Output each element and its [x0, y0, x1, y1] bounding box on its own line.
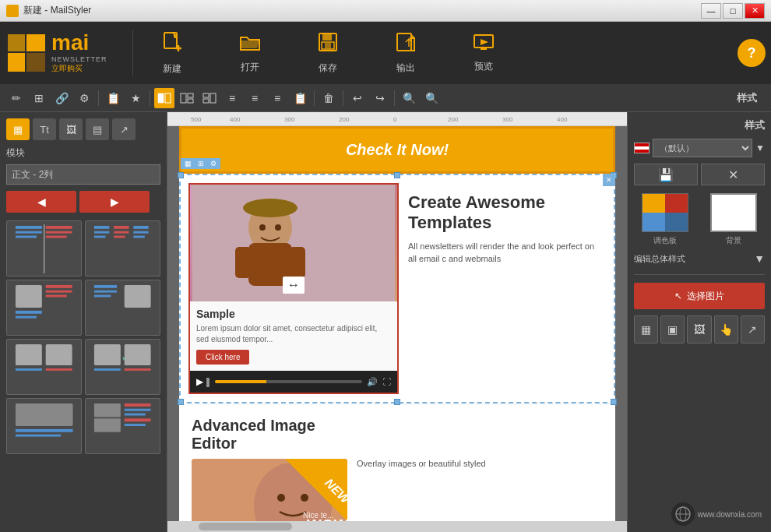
rb-tab-layout[interactable]: ▣: [660, 315, 685, 344]
canvas-scroll[interactable]: Check It Now! ▦ ⊞ ⚙: [167, 126, 627, 521]
sel-close-btn[interactable]: ✕: [603, 174, 615, 186]
tool-delete[interactable]: 🗑: [319, 88, 339, 108]
section2-content: NEW WOW Nice te... Overlay images or bea…: [192, 459, 603, 521]
help-button[interactable]: ?: [738, 39, 766, 67]
tool-align-left[interactable]: ≡: [222, 88, 242, 108]
bg-preview-item[interactable]: 背景: [702, 193, 765, 246]
tool-pencil[interactable]: ✏: [6, 88, 26, 108]
sel-handle-bl[interactable]: [178, 399, 184, 405]
volume-icon[interactable]: 🔊: [367, 377, 378, 387]
minimize-button[interactable]: —: [701, 3, 721, 19]
tool-layout2[interactable]: [177, 88, 197, 108]
tool-zoom-out[interactable]: 🔍: [421, 88, 442, 108]
sel-tool-1[interactable]: ▦: [182, 160, 194, 167]
color-palette-grid[interactable]: [642, 193, 688, 232]
preview-button[interactable]: 预览: [445, 22, 523, 84]
svg-rect-59: [124, 344, 150, 365]
tool-settings[interactable]: ⚙: [74, 88, 94, 108]
nav-prev-button[interactable]: ◀: [6, 191, 76, 213]
maximize-button[interactable]: □: [723, 3, 743, 19]
svg-rect-19: [158, 93, 164, 103]
nav-next-button[interactable]: ▶: [79, 191, 150, 213]
sel-tool-3[interactable]: ⚙: [208, 160, 219, 167]
tool-redo[interactable]: ↪: [370, 88, 390, 108]
tool-copy-style[interactable]: 📋: [290, 88, 310, 108]
scrollbar-thumb[interactable]: [199, 523, 292, 530]
palette-preview[interactable]: 调色板: [634, 193, 696, 246]
open-button[interactable]: 打开: [211, 22, 289, 84]
module-item-7[interactable]: [6, 398, 82, 454]
play-button[interactable]: ▶ ‖: [196, 376, 210, 387]
tool-star[interactable]: ★: [125, 88, 146, 108]
rb-tab-share[interactable]: ↗: [741, 315, 765, 344]
sel-tool-2[interactable]: ⊞: [195, 160, 206, 167]
svg-rect-52: [124, 284, 150, 307]
tool-clipboard[interactable]: 📋: [103, 88, 123, 108]
tool-grid[interactable]: ⊞: [29, 88, 49, 108]
rb-tab-cursor[interactable]: 👆: [714, 315, 738, 344]
svg-rect-51: [94, 294, 111, 297]
buy-now-link[interactable]: 立即购买: [51, 63, 107, 74]
module-select[interactable]: 正文 - 2列 正文 - 1列 正文 - 3列: [6, 164, 160, 185]
edit-global-row[interactable]: 编辑总体样式 ▼: [634, 252, 765, 265]
select-img-label: 选择图片: [687, 290, 724, 303]
canvas-two-col-section[interactable]: ▦ ⊞ ⚙ ✕: [179, 174, 615, 403]
save-button[interactable]: 保存: [289, 22, 367, 84]
tool-zoom-in[interactable]: 🔍: [399, 88, 419, 108]
canvas-header-button[interactable]: Check It Now!: [179, 126, 615, 174]
sidebar-tab-text[interactable]: Tt: [33, 118, 56, 140]
sel-handle-tm[interactable]: [394, 172, 400, 178]
horizontal-scrollbar[interactable]: [167, 521, 627, 532]
module-item-1[interactable]: [6, 220, 82, 277]
resize-arrow[interactable]: ↔: [283, 277, 305, 294]
palette-cell-4: [665, 213, 688, 231]
rb-tab-grid[interactable]: ▦: [634, 315, 658, 344]
sidebar-tab-share[interactable]: ↗: [112, 118, 136, 140]
tool-layout3[interactable]: [199, 88, 220, 108]
style-delete-button[interactable]: ✕: [701, 164, 765, 185]
tool-link[interactable]: 🔗: [51, 88, 72, 108]
tool-layout1[interactable]: [154, 88, 174, 108]
rb-tab-image[interactable]: 🖼: [687, 315, 711, 344]
svg-text:400: 400: [557, 116, 568, 123]
module-item-3[interactable]: [6, 280, 82, 336]
cursor-icon: ↖: [674, 291, 682, 301]
style-dropdown-arrow[interactable]: ▼: [755, 143, 765, 153]
style-label: 样式: [737, 91, 765, 105]
new-button[interactable]: 新建: [133, 22, 211, 84]
canvas-col-left[interactable]: ↔ Sample Lorem ipsum dolor sit amet, con…: [188, 183, 399, 394]
module-item-2[interactable]: [85, 220, 160, 277]
sidebar-tab-image[interactable]: 🖼: [59, 118, 83, 140]
module-item-6[interactable]: ✓: [85, 339, 160, 395]
svg-rect-44: [16, 310, 42, 313]
logo-text: mai NEWSLETTER 立即购买: [51, 32, 107, 74]
sidebar-tab-layout[interactable]: ▤: [86, 118, 109, 140]
sel-handle-bm[interactable]: [394, 399, 400, 405]
select-image-button[interactable]: ↖ 选择图片: [634, 283, 765, 309]
bg-preview-box[interactable]: [710, 193, 757, 232]
sel-handle-br[interactable]: [611, 399, 617, 405]
module-item-4[interactable]: [85, 280, 160, 336]
style-select[interactable]: （默认）: [653, 139, 752, 157]
svg-rect-30: [45, 225, 72, 228]
tool-align-center[interactable]: ≡: [245, 88, 265, 108]
edit-global-arrow[interactable]: ▼: [754, 252, 765, 265]
progress-bar[interactable]: [215, 380, 362, 383]
click-here-button[interactable]: Click here: [196, 350, 249, 365]
logo-icon: [8, 34, 45, 72]
module-item-8[interactable]: [85, 398, 160, 454]
module-item-5[interactable]: [6, 339, 82, 395]
ruler: 500 400 300 200 0 200 300 400: [167, 112, 627, 126]
window-controls[interactable]: — □ ✕: [701, 3, 765, 19]
close-button[interactable]: ✕: [745, 3, 765, 19]
section2-title-line1: Advanced Image: [192, 417, 315, 434]
sidebar-tab-grid[interactable]: ▦: [6, 118, 30, 140]
tool-undo[interactable]: ↩: [347, 88, 368, 108]
sel-handle-tl[interactable]: [178, 172, 184, 178]
tool-align-right[interactable]: ≡: [267, 88, 287, 108]
col-sample-content: Sample Lorem ipsum dolor sit amet, conse…: [190, 301, 397, 371]
style-save-button[interactable]: 💾: [634, 164, 698, 185]
fullscreen-icon[interactable]: ⛶: [382, 377, 391, 386]
svg-rect-57: [94, 344, 121, 365]
export-button[interactable]: 输出: [367, 22, 445, 84]
